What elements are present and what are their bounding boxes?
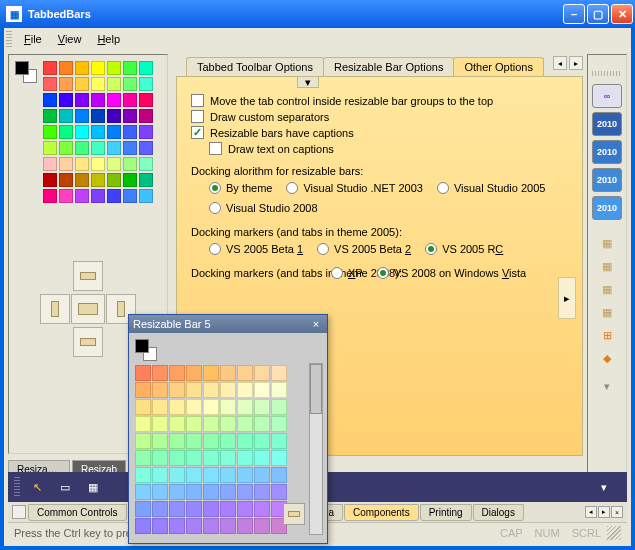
color-swatch[interactable] [186,399,202,415]
color-swatch[interactable] [152,416,168,432]
color-swatch[interactable] [59,189,73,203]
color-swatch[interactable] [75,93,89,107]
radio-by-theme[interactable] [209,182,221,194]
color-swatch[interactable] [237,518,253,534]
grid-tool-icon[interactable]: ▦ [82,476,104,498]
color-swatch[interactable] [59,125,73,139]
color-swatch[interactable] [43,189,57,203]
grid-icon[interactable]: ▦ [597,256,617,276]
color-swatch[interactable] [152,433,168,449]
color-swatch[interactable] [152,365,168,381]
tab-home-button[interactable] [12,505,26,519]
color-swatch[interactable] [43,61,57,75]
color-swatch[interactable] [203,433,219,449]
color-swatch[interactable] [237,433,253,449]
color-swatch[interactable] [91,157,105,171]
dock-left-button[interactable] [40,294,70,324]
color-swatch[interactable] [169,433,185,449]
color-swatch[interactable] [254,501,270,517]
category-tab[interactable]: Printing [420,504,472,521]
color-swatch[interactable] [271,399,287,415]
color-swatch[interactable] [135,450,151,466]
color-swatch[interactable] [59,109,73,123]
color-swatch[interactable] [75,77,89,91]
color-swatch[interactable] [135,399,151,415]
color-swatch[interactable] [271,467,287,483]
color-swatch[interactable] [59,157,73,171]
color-swatch[interactable] [169,416,185,432]
color-swatch[interactable] [152,382,168,398]
radio-vs2008[interactable] [209,202,221,214]
color-swatch[interactable] [254,484,270,500]
color-swatch[interactable] [271,382,287,398]
color-swatch[interactable] [139,77,153,91]
color-swatch[interactable] [254,518,270,534]
color-swatch[interactable] [169,450,185,466]
color-swatch[interactable] [139,109,153,123]
color-swatch[interactable] [186,467,202,483]
color-swatch[interactable] [135,501,151,517]
menu-view[interactable]: View [50,31,90,47]
checkbox-move-top[interactable] [191,94,204,107]
color-swatch[interactable] [237,399,253,415]
dock-up-button[interactable] [73,261,103,291]
bottom-grip[interactable] [14,477,20,497]
dock-down-button[interactable] [73,327,103,357]
color-swatch[interactable] [220,399,236,415]
color-swatch[interactable] [59,61,73,75]
category-tab[interactable]: Components [344,504,419,521]
color-swatch[interactable] [123,141,137,155]
float-scrollbar[interactable] [309,363,323,535]
color-swatch[interactable] [152,399,168,415]
color-swatch[interactable] [75,157,89,171]
color-swatch[interactable] [169,399,185,415]
color-swatch[interactable] [152,501,168,517]
close-button[interactable]: ✕ [611,4,633,24]
color-swatch[interactable] [107,157,121,171]
color-swatch[interactable] [220,416,236,432]
color-swatch[interactable] [169,501,185,517]
color-swatch[interactable] [139,93,153,107]
color-swatch[interactable] [123,93,137,107]
color-swatch[interactable] [220,382,236,398]
color-swatch[interactable] [271,416,287,432]
color-swatch[interactable] [75,173,89,187]
color-swatch[interactable] [186,365,202,381]
color-swatch[interactable] [91,93,105,107]
tab-toolbar-options[interactable]: Tabbed Toolbar Options [186,57,324,76]
menu-help[interactable]: Help [89,31,128,47]
color-swatch[interactable] [220,467,236,483]
overflow-down-icon[interactable]: ▾ [597,376,617,396]
color-swatch[interactable] [135,518,151,534]
tab-scroll-right[interactable]: ▸ [569,56,583,70]
color-swatch[interactable] [135,467,151,483]
win-flag-8-icon[interactable]: ◆ [597,348,617,368]
color-swatch[interactable] [152,484,168,500]
color-swatch[interactable] [186,484,202,500]
color-swatch[interactable] [169,518,185,534]
color-swatch[interactable] [75,61,89,75]
theme-icon[interactable]: 2010 [592,112,622,136]
color-swatch[interactable] [271,450,287,466]
color-swatch[interactable] [59,93,73,107]
color-swatch[interactable] [169,484,185,500]
color-swatch[interactable] [43,157,57,171]
color-swatch[interactable] [203,518,219,534]
color-swatch[interactable] [135,365,151,381]
color-swatch[interactable] [107,125,121,139]
color-swatch[interactable] [254,416,270,432]
color-swatch[interactable] [271,484,287,500]
color-swatch[interactable] [220,365,236,381]
radio-rc[interactable] [425,243,437,255]
color-swatch[interactable] [139,157,153,171]
color-swatch[interactable] [186,433,202,449]
theme-icon[interactable]: 2010 [592,168,622,192]
color-swatch[interactable] [169,382,185,398]
color-swatch[interactable] [91,189,105,203]
radio-vista[interactable] [377,267,389,279]
color-swatch[interactable] [75,141,89,155]
float-fg-color[interactable] [135,339,149,353]
color-swatch[interactable] [75,125,89,139]
float-titlebar[interactable]: Resizable Bar 5 × [129,315,327,333]
color-swatch[interactable] [237,416,253,432]
